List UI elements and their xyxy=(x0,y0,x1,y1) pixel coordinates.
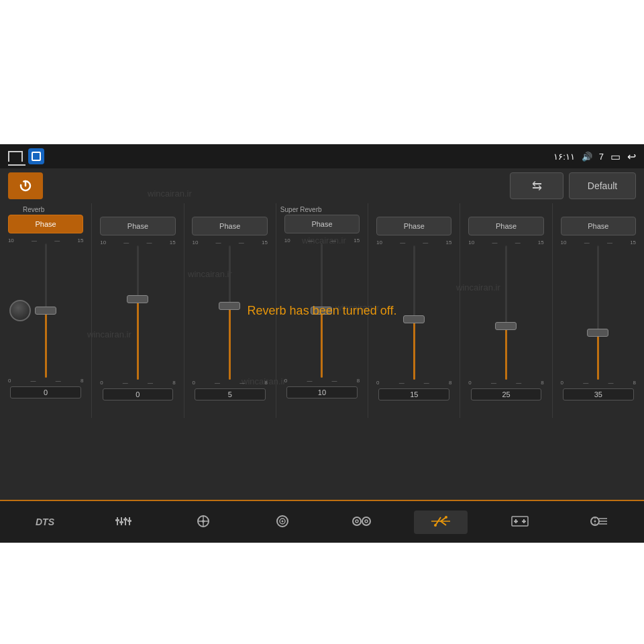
v-track-4 xyxy=(413,246,415,380)
fader-2[interactable] xyxy=(186,246,274,380)
v-fill-3 xyxy=(321,311,323,378)
svg-point-16 xyxy=(282,520,284,522)
top-bar-right: ⇆ Default xyxy=(510,172,636,199)
dts-icon: DTS xyxy=(36,517,54,527)
time-align-icon xyxy=(511,515,529,530)
v-fill-5 xyxy=(505,326,507,380)
svg-rect-9 xyxy=(127,520,131,522)
scale-top-0: 10——15 xyxy=(8,237,83,244)
v-track-6 xyxy=(597,246,599,380)
svg-point-13 xyxy=(202,520,205,523)
scale-top-3: 10——15 xyxy=(284,237,360,244)
bottom-btn-balance[interactable] xyxy=(176,511,230,534)
phase-button-2[interactable]: Phase xyxy=(192,217,267,235)
bottom-btn-fader-lr[interactable] xyxy=(335,511,388,534)
fader-col-4: Phase 10——15 0——8 15 xyxy=(368,203,460,418)
value-box-5: 25 xyxy=(471,388,542,400)
fader-col-super-reverb: Super Reverb Phase 10——15 0——8 10 xyxy=(276,203,368,418)
v-handle-2[interactable] xyxy=(219,302,240,310)
fader-lr-icon xyxy=(351,515,372,530)
v-track-0 xyxy=(45,244,47,378)
value-box-0: 0 xyxy=(10,386,81,398)
scale-top-4: 10——15 xyxy=(376,239,451,246)
v-handle-1[interactable] xyxy=(127,295,148,303)
value-box-1: 0 xyxy=(103,388,174,400)
time-display: ۱۶:۱۱ xyxy=(553,152,575,162)
phase-label-0: Phase xyxy=(36,220,56,228)
swap-icon: ⇆ xyxy=(532,178,542,193)
default-button[interactable]: Default xyxy=(569,172,636,199)
phase-label-5: Phase xyxy=(496,222,517,230)
status-bar: ۱۶:۱۱ 🔊 7 ▭ ↩ xyxy=(0,144,644,168)
equalizer-icon xyxy=(115,515,133,530)
app-icon-inner xyxy=(32,152,41,161)
fader-col-1: Phase 10——15 0——8 0 xyxy=(92,203,184,418)
v-fill-2 xyxy=(229,306,231,380)
fader-col-6: Phase 10——15 0——8 35 xyxy=(553,203,644,418)
phase-button-5[interactable]: Phase xyxy=(468,217,543,235)
scale-bottom-5: 0——8 xyxy=(468,380,543,386)
default-label: Default xyxy=(588,180,617,191)
power-button[interactable] xyxy=(8,172,43,199)
svg-rect-26 xyxy=(514,521,518,523)
crossover-icon xyxy=(430,515,451,530)
value-box-4: 15 xyxy=(378,388,449,400)
swap-button[interactable]: ⇆ xyxy=(510,172,564,199)
fader-col-2: Phase 10——15 0——8 5 xyxy=(184,203,276,418)
section-label-super: Super Reverb xyxy=(280,206,322,213)
v-handle-0[interactable] xyxy=(35,307,56,315)
v-fill-4 xyxy=(413,319,415,380)
phase-button-6[interactable]: Phase xyxy=(561,217,636,235)
volume-icon: 🔊 xyxy=(582,152,592,162)
bottom-btn-crossover[interactable] xyxy=(414,511,468,534)
svg-point-19 xyxy=(362,517,370,525)
bottom-btn-fader-rear[interactable] xyxy=(256,511,309,534)
bottom-bar: DTS xyxy=(0,500,644,543)
svg-point-20 xyxy=(365,520,368,523)
fader-6[interactable] xyxy=(554,246,643,380)
v-handle-5[interactable] xyxy=(495,322,517,330)
knob[interactable] xyxy=(9,300,31,321)
fader-1[interactable] xyxy=(93,246,182,380)
knob-area xyxy=(9,300,31,321)
svg-point-23 xyxy=(445,516,447,519)
white-space-top xyxy=(0,0,644,144)
value-box-2: 5 xyxy=(195,388,266,400)
phase-button-1[interactable]: Phase xyxy=(100,217,175,235)
v-track-1 xyxy=(137,246,139,380)
scale-bottom-0: 0——8 xyxy=(8,378,83,384)
fader-col-5: Phase 10——15 0——8 25 xyxy=(460,203,552,418)
status-right: ۱۶:۱۱ 🔊 7 ▭ ↩ xyxy=(553,150,636,163)
scale-bottom-2: 0——8 xyxy=(192,380,267,386)
phase-label-2: Phase xyxy=(219,222,240,230)
phase-label-6: Phase xyxy=(588,222,608,230)
bottom-btn-dts[interactable]: DTS xyxy=(18,513,72,531)
svg-point-22 xyxy=(434,524,437,527)
v-handle-6[interactable] xyxy=(587,329,608,337)
bottom-btn-time-align[interactable] xyxy=(493,511,547,534)
v-track-3 xyxy=(321,244,323,378)
v-track-2 xyxy=(229,246,231,380)
fader-5[interactable] xyxy=(462,246,550,380)
power-icon xyxy=(19,180,32,192)
balance-icon xyxy=(194,515,213,530)
scale-top-6: 10——15 xyxy=(561,239,636,246)
scale-bottom-6: 0——8 xyxy=(561,380,636,386)
phase-button-0[interactable]: Phase xyxy=(8,215,83,233)
fader-3[interactable] xyxy=(278,244,366,378)
phase-button-3[interactable]: Phase xyxy=(284,215,360,233)
value-box-3: 10 xyxy=(286,386,358,398)
svg-rect-28 xyxy=(522,521,526,523)
app-icon xyxy=(28,148,44,164)
svg-rect-7 xyxy=(123,519,127,521)
scale-top-5: 10——15 xyxy=(468,239,543,246)
fader-4[interactable] xyxy=(370,246,458,380)
v-handle-3[interactable] xyxy=(311,307,332,315)
bottom-btn-speed-vol[interactable] xyxy=(572,511,626,534)
v-handle-4[interactable] xyxy=(403,315,425,323)
bottom-btn-equalizer[interactable] xyxy=(97,511,151,534)
section-label-reverb: Reverb xyxy=(23,206,44,213)
phase-label-3: Phase xyxy=(311,220,332,228)
phase-button-4[interactable]: Phase xyxy=(376,217,451,235)
fader-rear-icon xyxy=(273,515,292,530)
